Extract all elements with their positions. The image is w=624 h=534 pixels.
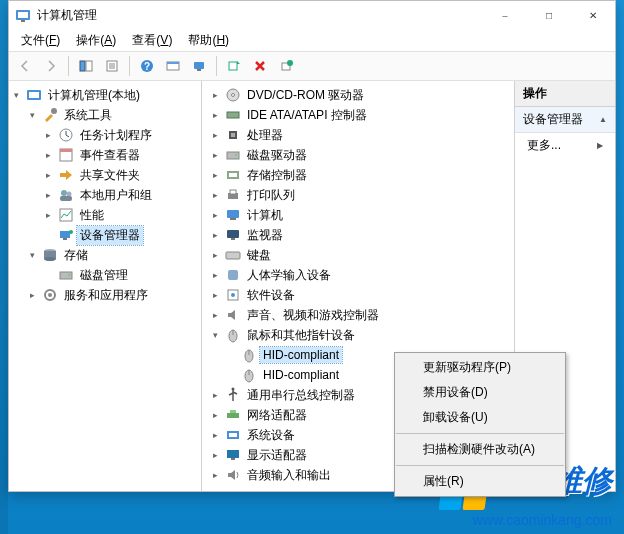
tree-item[interactable]: ▸键盘 bbox=[208, 245, 514, 265]
context-menu-item[interactable]: 扫描检测硬件改动(A) bbox=[395, 437, 565, 462]
back-button[interactable] bbox=[13, 54, 37, 78]
chevron-down-icon[interactable]: ▾ bbox=[208, 330, 222, 340]
chevron-down-icon[interactable]: ▾ bbox=[25, 110, 39, 120]
chevron-right-icon[interactable]: ▸ bbox=[41, 130, 55, 140]
tree-item[interactable]: ▸事件查看器 bbox=[9, 145, 201, 165]
tree-item-label: 设备管理器 bbox=[77, 226, 143, 245]
tree-item-label: HID-compliant bbox=[260, 367, 342, 383]
tree-item[interactable]: ▸监视器 bbox=[208, 225, 514, 245]
event-icon bbox=[58, 147, 74, 163]
chevron-right-icon[interactable]: ▸ bbox=[208, 130, 222, 140]
tree-item[interactable]: ▾系统工具 bbox=[9, 105, 201, 125]
chevron-right-icon[interactable]: ▸ bbox=[208, 290, 222, 300]
tree-item[interactable]: ▸任务计划程序 bbox=[9, 125, 201, 145]
help-button[interactable]: ? bbox=[135, 54, 159, 78]
chevron-right-icon[interactable]: ▸ bbox=[208, 410, 222, 420]
scan-button[interactable] bbox=[222, 54, 246, 78]
chevron-right-icon[interactable]: ▸ bbox=[41, 210, 55, 220]
computer-icon-button[interactable] bbox=[187, 54, 211, 78]
forward-button[interactable] bbox=[39, 54, 63, 78]
tree-item[interactable]: ▸处理器 bbox=[208, 125, 514, 145]
tree-item-label: 共享文件夹 bbox=[77, 166, 143, 185]
tree-item[interactable]: ▸共享文件夹 bbox=[9, 165, 201, 185]
show-hide-tree-button[interactable] bbox=[74, 54, 98, 78]
chevron-right-icon[interactable]: ▸ bbox=[208, 190, 222, 200]
svg-rect-51 bbox=[227, 230, 239, 238]
actions-subheader[interactable]: 设备管理器 ▲ bbox=[515, 107, 615, 133]
menu-v[interactable]: 查看(V) bbox=[126, 30, 178, 51]
menu-f[interactable]: 文件(F) bbox=[15, 30, 66, 51]
svg-point-24 bbox=[61, 190, 67, 196]
svg-rect-48 bbox=[230, 190, 236, 194]
context-menu-item[interactable]: 禁用设备(D) bbox=[395, 380, 565, 405]
tree-item[interactable]: ▾存储 bbox=[9, 245, 201, 265]
update-driver-button[interactable] bbox=[274, 54, 298, 78]
maximize-button[interactable]: □ bbox=[527, 1, 571, 29]
tree-item[interactable]: ▸DVD/CD-ROM 驱动器 bbox=[208, 85, 514, 105]
titlebar: 计算机管理 – □ ✕ bbox=[9, 1, 615, 29]
svg-rect-23 bbox=[60, 149, 72, 152]
chevron-right-icon[interactable]: ▸ bbox=[25, 290, 39, 300]
tree-item[interactable]: ▸性能 bbox=[9, 205, 201, 225]
tree-item[interactable]: ▸声音、视频和游戏控制器 bbox=[208, 305, 514, 325]
tree-item[interactable]: ▸磁盘管理 bbox=[9, 265, 201, 285]
chevron-right-icon[interactable]: ▸ bbox=[208, 110, 222, 120]
tree-item-label: 存储 bbox=[61, 246, 91, 265]
close-button[interactable]: ✕ bbox=[571, 1, 615, 29]
svg-rect-43 bbox=[227, 152, 239, 159]
chevron-right-icon[interactable]: ▸ bbox=[208, 230, 222, 240]
chevron-right-icon[interactable]: ▸ bbox=[208, 90, 222, 100]
services-icon bbox=[42, 287, 58, 303]
chevron-right-icon[interactable]: ▸ bbox=[208, 210, 222, 220]
tree-item[interactable]: ▸设备管理器 bbox=[9, 225, 201, 245]
tree-item[interactable]: ▸服务和应用程序 bbox=[9, 285, 201, 305]
svg-rect-67 bbox=[229, 433, 237, 437]
tree-item[interactable]: ▸软件设备 bbox=[208, 285, 514, 305]
tree-item[interactable]: ▾计算机管理(本地) bbox=[9, 85, 201, 105]
context-menu-item[interactable]: 卸载设备(U) bbox=[395, 405, 565, 430]
tree-item-label: 打印队列 bbox=[244, 186, 298, 205]
chevron-right-icon[interactable]: ▸ bbox=[208, 170, 222, 180]
monitor-icon bbox=[225, 227, 241, 243]
chevron-down-icon[interactable]: ▾ bbox=[25, 250, 39, 260]
menu-separator bbox=[396, 433, 564, 434]
svg-rect-2 bbox=[21, 20, 25, 22]
chevron-right-icon[interactable]: ▸ bbox=[208, 430, 222, 440]
menu-a[interactable]: 操作(A) bbox=[70, 30, 122, 51]
tree-item-label: DVD/CD-ROM 驱动器 bbox=[244, 86, 367, 105]
toolbar: ? bbox=[9, 51, 615, 81]
view-button[interactable] bbox=[161, 54, 185, 78]
tree-item[interactable]: ▸人体学输入设备 bbox=[208, 265, 514, 285]
svg-rect-46 bbox=[229, 173, 237, 177]
display-icon bbox=[225, 447, 241, 463]
menu-h[interactable]: 帮助(H) bbox=[182, 30, 235, 51]
context-menu-item[interactable]: 属性(R) bbox=[395, 469, 565, 494]
chevron-right-icon[interactable]: ▸ bbox=[208, 470, 222, 480]
tree-item[interactable]: ▸计算机 bbox=[208, 205, 514, 225]
properties-button[interactable] bbox=[100, 54, 124, 78]
tree-item-label: 人体学输入设备 bbox=[244, 266, 334, 285]
tree-item-label: HID-compliant bbox=[260, 347, 342, 363]
chevron-right-icon[interactable]: ▸ bbox=[41, 190, 55, 200]
tree-item[interactable]: ▸磁盘驱动器 bbox=[208, 145, 514, 165]
actions-more[interactable]: 更多... ▶ bbox=[515, 133, 615, 158]
minimize-button[interactable]: – bbox=[483, 1, 527, 29]
tree-item[interactable]: ▸IDE ATA/ATAPI 控制器 bbox=[208, 105, 514, 125]
chevron-down-icon[interactable]: ▾ bbox=[9, 90, 23, 100]
chevron-right-icon[interactable]: ▸ bbox=[41, 150, 55, 160]
chevron-right-icon[interactable]: ▸ bbox=[208, 450, 222, 460]
tree-item[interactable]: ▾鼠标和其他指针设备 bbox=[208, 325, 514, 345]
tree-item[interactable]: ▸本地用户和组 bbox=[9, 185, 201, 205]
context-menu-item[interactable]: 更新驱动程序(P) bbox=[395, 355, 565, 380]
chevron-right-icon[interactable]: ▸ bbox=[208, 150, 222, 160]
tree-item-label: 磁盘驱动器 bbox=[244, 146, 310, 165]
chevron-right-icon[interactable]: ▸ bbox=[208, 270, 222, 280]
tree-item[interactable]: ▸打印队列 bbox=[208, 185, 514, 205]
chevron-right-icon[interactable]: ▸ bbox=[208, 390, 222, 400]
storage-ctrl-icon bbox=[225, 167, 241, 183]
tree-item[interactable]: ▸存储控制器 bbox=[208, 165, 514, 185]
chevron-right-icon[interactable]: ▸ bbox=[208, 250, 222, 260]
chevron-right-icon[interactable]: ▸ bbox=[41, 170, 55, 180]
chevron-right-icon[interactable]: ▸ bbox=[208, 310, 222, 320]
remove-button[interactable] bbox=[248, 54, 272, 78]
